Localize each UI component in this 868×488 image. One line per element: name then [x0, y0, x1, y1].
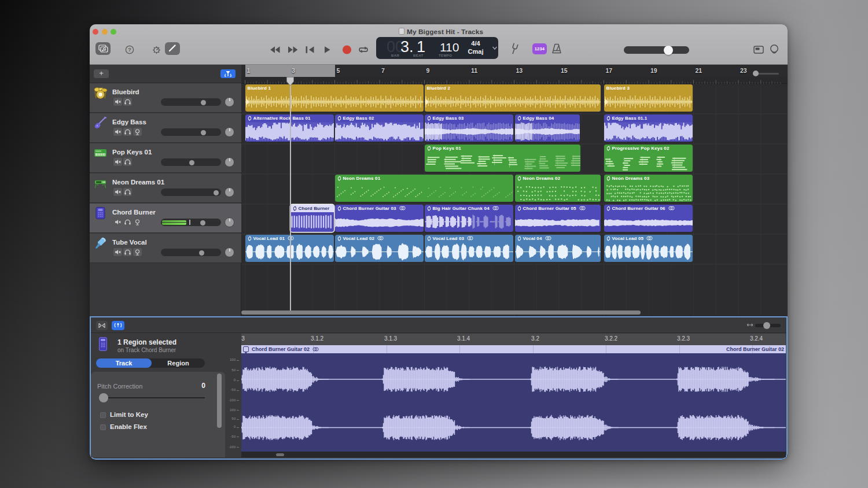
- svg-text:?: ?: [128, 46, 131, 53]
